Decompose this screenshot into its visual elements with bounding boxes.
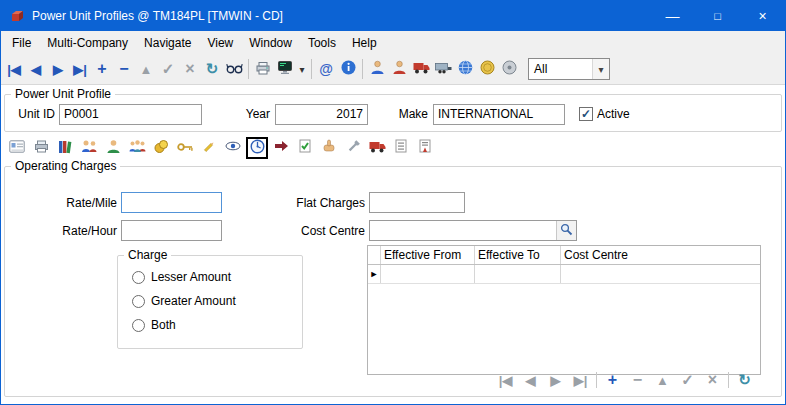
cost-centre-grid[interactable]: Effective From Effective To Cost Centre … (367, 245, 761, 375)
toolbar-separator (248, 59, 249, 79)
trailer-button[interactable] (432, 57, 454, 81)
menu-multi-company[interactable]: Multi-Company (39, 33, 136, 53)
unit-id-input[interactable] (59, 104, 202, 125)
view-tab-button[interactable] (222, 137, 244, 159)
make-input[interactable] (433, 104, 565, 125)
eye-icon (225, 140, 241, 155)
post-edit-button[interactable]: ✓ (157, 57, 179, 81)
combo-dropdown-icon[interactable]: ▾ (592, 59, 609, 79)
last-record-button[interactable]: ▶| (69, 57, 91, 81)
maintenance-tab-button[interactable] (342, 137, 364, 159)
app-icon (9, 8, 25, 24)
info-button[interactable] (337, 57, 359, 81)
next-record-button[interactable]: ▶ (47, 57, 69, 81)
find-button[interactable] (223, 57, 245, 81)
printer-icon (255, 60, 271, 79)
menu-navigate[interactable]: Navigate (136, 33, 199, 53)
filter-combobox[interactable]: All ▾ (528, 58, 610, 80)
user-button[interactable] (366, 57, 388, 81)
approval-tab-button[interactable] (294, 137, 316, 159)
report-tab-button[interactable] (414, 137, 436, 159)
print-button[interactable] (252, 57, 274, 81)
screen-dropdown-button[interactable]: ▾ (296, 57, 308, 81)
driver-button[interactable] (388, 57, 410, 81)
menu-window[interactable]: Window (241, 33, 300, 53)
next-record-icon: ▶ (53, 62, 63, 77)
radio-lesser-amount[interactable]: Lesser Amount (132, 270, 302, 284)
first-record-button[interactable]: |◀ (3, 57, 25, 81)
grid-row[interactable]: ► (368, 265, 760, 284)
cost-centre-lookup-button[interactable] (556, 221, 576, 240)
toolbar-separator (362, 59, 363, 79)
year-input[interactable] (275, 104, 368, 125)
grid-post-button[interactable]: ✓ (675, 370, 700, 390)
license-tab-button[interactable] (6, 137, 28, 159)
grid-cell-effective-to[interactable] (475, 265, 561, 283)
delete-record-button[interactable]: − (113, 57, 135, 81)
grid-last-button[interactable]: ▶| (568, 370, 593, 390)
disk-icon (502, 60, 517, 78)
power-unit-profile-group: Power Unit Profile Unit ID Year Make ✓ A… (4, 94, 782, 132)
prior-record-button[interactable]: ◀ (25, 57, 47, 81)
list-tab-button[interactable] (390, 137, 412, 159)
maximize-button[interactable]: □ (695, 1, 740, 31)
grid-cell-cost-centre[interactable] (561, 265, 760, 283)
groups-tab-button[interactable] (126, 137, 148, 159)
rate-hour-input[interactable] (121, 220, 222, 241)
grid-cancel-button[interactable]: × (700, 370, 725, 390)
funds-button[interactable] (476, 57, 498, 81)
books-tab-button[interactable] (54, 137, 76, 159)
pencil-tab-button[interactable] (198, 137, 220, 159)
grid-insert-button[interactable]: + (600, 370, 625, 390)
people-tab-button[interactable] (78, 137, 100, 159)
active-checkbox[interactable]: ✓ (579, 107, 593, 121)
edit-record-button[interactable]: ▲ (135, 57, 157, 81)
grid-cell-effective-from[interactable] (381, 265, 475, 283)
email-button[interactable]: @ (315, 57, 337, 81)
screen-button[interactable] (274, 57, 296, 81)
charges-tab-button[interactable] (150, 137, 172, 159)
power-unit-button[interactable] (410, 57, 432, 81)
grid-delete-button[interactable]: − (625, 370, 650, 390)
grid-refresh-icon: ↻ (738, 371, 751, 389)
grid-edit-button[interactable]: ▲ (650, 370, 675, 390)
transfer-tab-button[interactable] (270, 137, 292, 159)
radio-greater-amount[interactable]: Greater Amount (132, 294, 302, 308)
owner-tab-button[interactable] (102, 137, 124, 159)
menu-file[interactable]: File (4, 33, 39, 53)
charge-group: Charge Lesser Amount Greater Amount Both (117, 255, 303, 349)
grid-column-cost-centre[interactable]: Cost Centre (561, 246, 760, 264)
disk-button[interactable] (498, 57, 520, 81)
refresh-button[interactable]: ↻ (201, 57, 223, 81)
titlebar[interactable]: Power Unit Profiles @ TM184PL [TMWIN - C… (1, 1, 785, 31)
grid-column-effective-to[interactable]: Effective To (475, 246, 561, 264)
radio-both[interactable]: Both (132, 318, 302, 332)
cancel-edit-button[interactable]: × (179, 57, 201, 81)
menu-tools[interactable]: Tools (300, 33, 344, 53)
close-button[interactable]: × (740, 1, 785, 31)
insert-record-button[interactable]: + (91, 57, 113, 81)
grid-next-button[interactable]: ▶ (543, 370, 568, 390)
coin-icon (480, 60, 495, 78)
grid-first-button[interactable]: |◀ (493, 370, 518, 390)
truck-tab-button[interactable] (366, 137, 388, 159)
grid-refresh-button[interactable]: ↻ (732, 370, 757, 390)
globe-button[interactable] (454, 57, 476, 81)
odometer-icon (250, 139, 265, 157)
fax-tab-button[interactable] (30, 137, 52, 159)
operating-charges-tab-button[interactable] (246, 137, 268, 159)
key-tab-button[interactable] (174, 137, 196, 159)
menu-view[interactable]: View (199, 33, 241, 53)
flat-charges-input[interactable] (369, 192, 465, 213)
grid-column-effective-from[interactable]: Effective From (381, 246, 475, 264)
rate-hour-label: Rate/Hour (33, 224, 117, 238)
hand-tab-button[interactable] (318, 137, 340, 159)
active-label: Active (597, 107, 630, 121)
rate-mile-input[interactable] (121, 192, 222, 213)
first-record-icon: |◀ (7, 62, 21, 77)
cost-centre-input[interactable] (370, 221, 556, 240)
edit-record-icon: ▲ (140, 62, 153, 77)
menu-help[interactable]: Help (344, 33, 385, 53)
minimize-button[interactable]: — (650, 1, 695, 31)
grid-prior-button[interactable]: ◀ (518, 370, 543, 390)
